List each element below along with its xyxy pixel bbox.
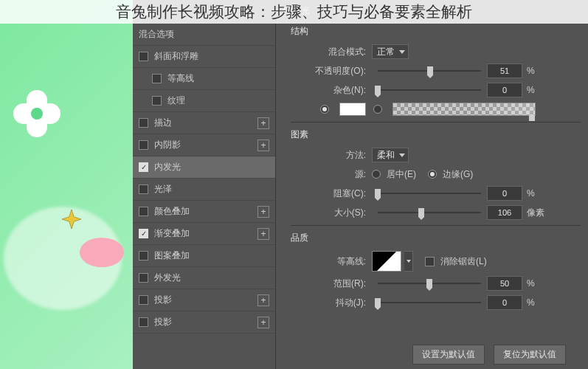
cheek-graphic (80, 238, 124, 267)
blend-mode-label: 混合模式: (276, 46, 372, 58)
style-checkbox[interactable] (139, 140, 148, 150)
style-checkbox[interactable] (152, 74, 162, 83)
range-input[interactable]: 50 (487, 276, 522, 291)
noise-slider[interactable] (378, 89, 481, 91)
opacity-slider[interactable] (378, 70, 481, 72)
jitter-label: 抖动(J): (276, 297, 372, 309)
range-unit: % (527, 278, 547, 289)
radio-icon (372, 170, 381, 179)
noise-input[interactable]: 0 (487, 83, 522, 97)
add-effect-icon[interactable]: + (257, 117, 269, 129)
noise-unit: % (527, 85, 547, 95)
style-label: 外发光 (154, 272, 181, 284)
add-effect-icon[interactable]: + (257, 294, 269, 306)
style-row-10[interactable]: 外发光 (133, 267, 275, 289)
opacity-label: 不透明度(O): (276, 65, 372, 77)
add-effect-icon[interactable]: + (257, 206, 269, 218)
size-input[interactable]: 106 (487, 205, 522, 220)
style-checkbox[interactable] (139, 251, 148, 261)
style-label: 颜色叠加 (154, 205, 190, 218)
noise-label: 杂色(N): (276, 84, 372, 97)
style-checkbox[interactable] (139, 295, 148, 305)
properties-column: 内发光 结构 混合模式: 正常 不透明度(O): 51 % 杂色(N): 0 %… (276, 0, 588, 369)
blend-mode-dropdown[interactable]: 正常 (372, 44, 409, 59)
style-checkbox[interactable] (139, 162, 148, 172)
blend-options-label: 混合选项 (139, 28, 174, 41)
contour-picker[interactable] (372, 251, 401, 272)
color-swatch[interactable] (339, 103, 366, 116)
jitter-input[interactable]: 0 (487, 295, 522, 310)
choke-unit: % (527, 188, 547, 199)
style-label: 描边 (154, 117, 172, 129)
source-edge-radio[interactable]: 边缘(G) (428, 168, 473, 181)
blend-options-row[interactable]: 混合选项 (133, 24, 275, 46)
add-effect-icon[interactable]: + (257, 139, 269, 151)
style-checkbox[interactable] (139, 229, 148, 238)
style-label: 斜面和浮雕 (154, 50, 198, 63)
style-row-2[interactable]: 纹理 (133, 90, 275, 112)
color-type-gradient[interactable] (373, 105, 385, 114)
styles-column: 样式 混合选项 斜面和浮雕等高线纹理描边+内阴影+内发光光泽颜色叠加+渐变叠加+… (133, 0, 276, 369)
style-label: 等高线 (167, 72, 194, 85)
style-row-6[interactable]: 光泽 (133, 179, 275, 201)
contour-label: 等高线: (276, 255, 372, 268)
source-label: 源: (276, 168, 372, 181)
opacity-input[interactable]: 51 (487, 63, 522, 78)
style-row-0[interactable]: 斜面和浮雕 (133, 46, 275, 68)
structure-header: 结构 (276, 21, 588, 42)
style-row-1[interactable]: 等高线 (133, 68, 275, 90)
choke-label: 阻塞(C): (276, 187, 372, 200)
make-default-button[interactable]: 设置为默认值 (412, 345, 485, 365)
canvas-background (0, 0, 133, 369)
technique-label: 方法: (276, 149, 372, 162)
page-title: 音兔制作长视频攻略：步骤、技巧与必备要素全解析 (0, 0, 588, 24)
style-checkbox[interactable] (139, 184, 148, 194)
opacity-unit: % (527, 66, 547, 76)
source-edge-label: 边缘(G) (443, 168, 473, 181)
style-label: 纹理 (167, 94, 185, 107)
gradient-picker[interactable] (392, 103, 536, 116)
range-slider[interactable] (378, 283, 481, 284)
reset-default-button[interactable]: 复位为默认值 (494, 345, 566, 365)
jitter-slider[interactable] (378, 302, 481, 303)
style-row-5[interactable]: 内发光 (133, 156, 275, 179)
style-label: 渐变叠加 (154, 227, 190, 240)
style-checkbox[interactable] (139, 317, 148, 327)
style-checkbox[interactable] (139, 118, 148, 128)
style-checkbox[interactable] (139, 52, 148, 61)
size-label: 大小(S): (276, 207, 372, 219)
radio-icon (320, 105, 329, 114)
style-label: 投影 (154, 316, 172, 328)
style-row-11[interactable]: 投影+ (133, 289, 275, 311)
range-label: 范围(R): (276, 277, 372, 290)
size-unit: 像素 (527, 207, 547, 219)
contour-dropdown-icon[interactable] (404, 251, 413, 272)
style-row-7[interactable]: 颜色叠加+ (133, 201, 275, 223)
quality-header: 品质 (276, 227, 588, 249)
add-effect-icon[interactable]: + (257, 228, 269, 240)
style-label: 光泽 (154, 183, 172, 196)
style-row-4[interactable]: 内阴影+ (133, 134, 275, 156)
choke-input[interactable]: 0 (487, 186, 522, 201)
style-checkbox[interactable] (139, 273, 148, 283)
technique-dropdown[interactable]: 柔和 (372, 148, 409, 162)
style-row-9[interactable]: 图案叠加 (133, 245, 275, 267)
style-checkbox[interactable] (139, 207, 148, 216)
size-slider[interactable] (378, 212, 481, 213)
sparkle-icon (62, 210, 81, 229)
source-center-label: 居中(E) (387, 168, 416, 181)
style-label: 内阴影 (154, 139, 181, 151)
style-row-12[interactable]: 投影+ (133, 311, 275, 334)
add-effect-icon[interactable]: + (257, 317, 269, 328)
choke-slider[interactable] (378, 193, 481, 194)
style-row-3[interactable]: 描边+ (133, 112, 275, 134)
style-row-8[interactable]: 渐变叠加+ (133, 223, 275, 245)
source-center-radio[interactable]: 居中(E) (372, 168, 416, 181)
style-checkbox[interactable] (152, 96, 162, 106)
antialias-checkbox[interactable] (425, 257, 435, 266)
color-type-solid[interactable] (320, 105, 332, 114)
style-label: 投影 (154, 294, 172, 306)
jitter-unit: % (527, 297, 547, 308)
elements-header: 图素 (276, 124, 588, 145)
flower-graphic (13, 90, 60, 137)
